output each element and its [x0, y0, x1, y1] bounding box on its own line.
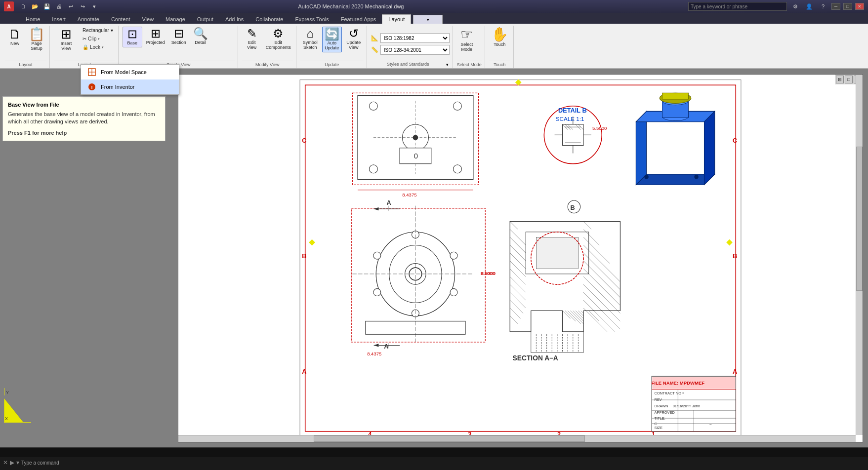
ribbon-group-styles: 📐 ISO 128:1982 📏 ISO 128-34:2001 Styles …	[368, 26, 453, 68]
new-file-btn[interactable]: 🗋	[18, 1, 29, 11]
page-setup-btn[interactable]: 📋 PageSetup	[27, 27, 46, 52]
edit-view-btn[interactable]: ✎ EditView	[242, 27, 262, 51]
svg-text:8.4375: 8.4375	[402, 192, 416, 197]
svg-rect-90	[536, 237, 578, 269]
tab-manage[interactable]: Manage	[160, 14, 191, 24]
tab-annotate[interactable]: Annotate	[72, 14, 105, 24]
auto-update-label: AutoUpdate	[325, 41, 339, 51]
styles-content: 📐 ISO 128:1982 📏 ISO 128-34:2001	[371, 27, 450, 61]
tab-output[interactable]: Output	[191, 14, 219, 24]
section-label: Section	[171, 40, 186, 45]
inventor-icon: I	[87, 82, 97, 92]
iso-standard-select-1[interactable]: ISO 128:1982	[380, 33, 450, 43]
insert-view-icon: ⊞	[61, 28, 72, 40]
tab-collaborate[interactable]: Collaborate	[249, 14, 289, 24]
styles-expand-btn[interactable]: ▾	[445, 61, 450, 68]
svg-text:B: B	[302, 252, 306, 260]
svg-marker-24	[515, 79, 522, 86]
clip-btn[interactable]: ✂ Clip ▾	[81, 35, 115, 42]
new-layout-btn[interactable]: 🗋 New	[5, 27, 25, 47]
redo-btn[interactable]: ↪	[77, 1, 88, 11]
svg-text:5.5000: 5.5000	[592, 125, 607, 131]
tooltip-body: Generates the base view of a model creat…	[8, 111, 160, 126]
svg-text:CONTRACT NO =: CONTRACT NO =	[655, 391, 685, 395]
style-row-2: 📏 ISO 128-34:2001	[371, 45, 450, 55]
svg-text:A: A	[384, 343, 388, 350]
tab-insert[interactable]: Insert	[46, 14, 72, 24]
v-scroll-thumb[interactable]	[856, 147, 863, 291]
select-mode-icon: ☞	[460, 28, 473, 41]
insert-view-label: Insert View	[56, 41, 77, 51]
edit-view-label: EditView	[247, 40, 256, 50]
drawing-svg-content: C B A C B A 4 3 2 1	[178, 75, 863, 442]
menu-item-from-inventor[interactable]: I From Inventor	[81, 79, 179, 94]
svg-marker-53	[704, 111, 715, 185]
svg-point-32	[369, 165, 377, 173]
iso-standard-select-2[interactable]: ISO 128-34:2001	[380, 45, 450, 55]
edit-comp-icon: ⚙	[273, 28, 284, 39]
update-content: ⌂ SymbolSketch 🔄 AutoUpdate ↺ UpdateView	[300, 27, 364, 60]
plot-btn[interactable]: 🖨	[53, 1, 64, 11]
help-icon[interactable]: ?	[818, 1, 828, 11]
select-mode-btn[interactable]: ☞ SelectMode	[457, 27, 477, 53]
auto-update-icon: 🔄	[325, 28, 339, 40]
command-search-icon[interactable]: ▾	[16, 459, 19, 466]
app-title: AutoCAD Mechanical 2020 Mechanical.dwg	[14, 3, 688, 9]
extra-ribbon-btn[interactable]: ▾	[413, 15, 443, 24]
ribbon-group-update: ⌂ SymbolSketch 🔄 AutoUpdate ↺ UpdateView…	[297, 26, 367, 68]
tab-home[interactable]: Home	[20, 14, 46, 24]
layout-group-label: Layout	[5, 61, 46, 68]
maximize-btn[interactable]: □	[843, 3, 852, 10]
base-view-btn[interactable]: ⊡ Base	[123, 27, 142, 47]
tab-express[interactable]: Express Tools	[289, 14, 334, 24]
qa-dropdown-btn[interactable]: ▾	[89, 1, 100, 11]
ribbon-tabs: Home Insert Annotate Content View Manage…	[0, 13, 868, 24]
menu-item-model-space[interactable]: From Model Space	[81, 65, 179, 79]
rectangular-dropdown[interactable]: Rectangular ▾	[81, 27, 115, 34]
lock-btn[interactable]: 🔒 Lock ▾	[81, 43, 115, 51]
command-arrow-icon[interactable]: ▶	[10, 459, 14, 466]
base-view-icon: ⊡	[127, 28, 137, 40]
dropdown-menu: From Model Space I From Inventor	[81, 64, 179, 95]
command-input-field[interactable]	[61, 460, 865, 466]
new-icon: 🗋	[8, 28, 21, 40]
open-btn[interactable]: 📂	[30, 1, 41, 11]
undo-btn[interactable]: ↩	[65, 1, 76, 11]
from-inventor-label: From Inventor	[101, 84, 134, 90]
insert-view-btn[interactable]: ⊞ Insert View	[54, 27, 79, 52]
update-view-btn[interactable]: ↺ UpdateView	[344, 27, 364, 51]
tab-view[interactable]: View	[136, 14, 160, 24]
v-scrollbar[interactable]	[856, 75, 863, 435]
create-view-content: ⊡ Base ⊞ Projected ⊟ Section 🔍 Detail	[123, 27, 235, 60]
h-scroll-thumb[interactable]	[314, 435, 584, 442]
command-close-icon[interactable]: ✕	[3, 459, 8, 466]
symbol-sketch-btn[interactable]: ⌂ SymbolSketch	[300, 27, 320, 51]
save-btn[interactable]: 💾	[41, 1, 52, 11]
search-bar[interactable]: Type a keyword or phrase	[688, 2, 787, 11]
h-scrollbar[interactable]	[178, 435, 856, 442]
projected-btn[interactable]: ⊞ Projected	[144, 27, 167, 46]
acad-logo: A	[4, 1, 14, 11]
svg-text:A: A	[302, 368, 306, 375]
svg-text:C: C	[302, 137, 306, 144]
svg-marker-51	[636, 111, 646, 185]
svg-point-60	[694, 175, 699, 179]
tab-addins[interactable]: Add-ins	[219, 14, 249, 24]
update-view-label: UpdateView	[346, 40, 361, 50]
svg-point-71	[450, 289, 457, 296]
detail-label: Detail	[195, 40, 206, 45]
auto-update-btn[interactable]: 🔄 AutoUpdate	[322, 27, 342, 52]
minimize-btn[interactable]: ─	[831, 3, 840, 10]
detail-btn[interactable]: 🔍 Detail	[191, 27, 210, 46]
user-icon[interactable]: 👤	[804, 1, 815, 11]
ribbon-group-touch: ✋ Touch Touch	[486, 26, 514, 68]
edit-components-btn[interactable]: ⚙ EditComponents	[264, 27, 293, 51]
tab-layout[interactable]: Layout	[382, 14, 411, 24]
touch-btn[interactable]: ✋ Touch	[489, 27, 510, 48]
tab-content[interactable]: Content	[105, 14, 136, 24]
tab-featured[interactable]: Featured Apps	[335, 14, 382, 24]
settings-icon[interactable]: ⚙	[790, 1, 801, 11]
section-btn[interactable]: ⊟ Section	[169, 27, 189, 46]
touch-group-label: Touch	[489, 61, 510, 68]
close-btn[interactable]: ✕	[855, 3, 864, 10]
